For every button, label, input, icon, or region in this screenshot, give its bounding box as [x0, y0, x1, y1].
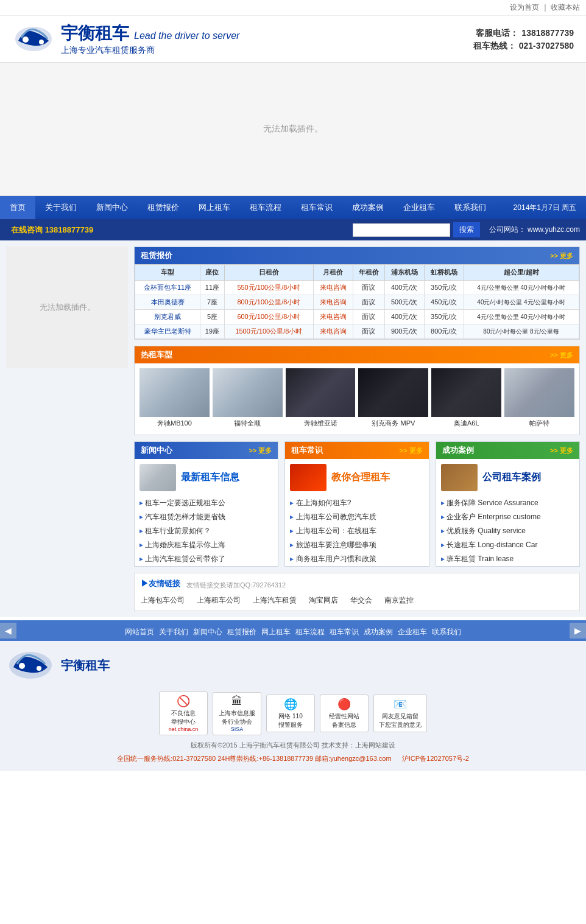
- cell-extra: 4元/公里每公里 40元/小时每小时: [464, 281, 579, 295]
- cell-monthly[interactable]: 来电咨询: [313, 281, 353, 295]
- rental-tips-link[interactable]: 旅游租车要注意哪些事项: [290, 540, 423, 550]
- cell-pudong: 400元/次: [384, 281, 424, 295]
- cell-model[interactable]: 本田奥德赛: [135, 295, 200, 310]
- bottom-nav-item[interactable]: 租车流程: [295, 627, 325, 637]
- list-item: 班车租赁 Train lease: [436, 552, 579, 566]
- rental-tips-link[interactable]: 上海租车公司教您汽车质: [290, 512, 423, 522]
- car-item[interactable]: 福特全顺: [213, 368, 283, 430]
- car-item[interactable]: 奥迪A6L: [431, 368, 501, 430]
- bottom-nav-item[interactable]: 成功案例: [364, 627, 393, 637]
- cell-daily: 800元/100公里/8小时: [224, 295, 313, 310]
- rental-tips-link[interactable]: 上海租车公司：在线租车: [290, 526, 423, 536]
- friendly-link[interactable]: 南京监控: [384, 595, 414, 606]
- bottom-nav-item[interactable]: 租车常识: [330, 627, 359, 637]
- logo-area: 宇衡租车 Lead the driver to server 上海专业汽车租赁服…: [12, 22, 239, 56]
- cell-monthly[interactable]: 来电咨询: [313, 295, 353, 310]
- slogan-text: Lead the driver to server: [134, 30, 239, 41]
- cell-monthly[interactable]: 来电咨询: [313, 310, 353, 324]
- news-link[interactable]: 租车行业前景如何？: [139, 526, 273, 536]
- bottom-nav-item[interactable]: 新闻中心: [193, 627, 222, 637]
- nav-item-enterprise[interactable]: 企业租车: [394, 196, 445, 219]
- cell-hongqiao: 350元/次: [424, 281, 464, 295]
- th-daily: 日租价: [224, 265, 313, 281]
- list-item: 企业客户 Enterprise custome: [436, 510, 579, 524]
- cell-monthly[interactable]: 来电咨询: [313, 324, 353, 339]
- nav-item-cases[interactable]: 成功案例: [342, 196, 394, 219]
- footer-logo-icon: [6, 647, 55, 684]
- success-case-link[interactable]: 企业客户 Enterprise custome: [441, 512, 574, 522]
- rental-tips-list: 在上海如何租车?上海租车公司教您汽车质上海租车公司：在线租车旅游租车要注意哪些事…: [285, 496, 428, 566]
- news-link[interactable]: 上海汽车租赁公司带你了: [139, 554, 273, 564]
- scroll-right-btn[interactable]: ▶: [570, 623, 586, 639]
- badge-sisa[interactable]: 🏛 上海市信息服 务行业协会 SISA: [213, 692, 261, 735]
- success-case-link[interactable]: 服务保障 Service Assurance: [441, 498, 574, 508]
- success-cases-img-header: 公司租车案例: [436, 459, 579, 496]
- news-link[interactable]: 租车一定要选正规租车公: [139, 498, 273, 508]
- search-input[interactable]: [353, 223, 450, 237]
- rental-tips-more[interactable]: >> 更多: [400, 446, 423, 455]
- friendly-link[interactable]: 上海包车公司: [141, 595, 185, 606]
- badge-feedback[interactable]: 📧 网友意见箱留 下您宝贵的意见: [373, 695, 427, 732]
- list-item: 租车行业前景如何？: [135, 524, 278, 538]
- contact-area: 客服电话： 13818877739 租车热线： 021-37027580: [473, 26, 574, 52]
- table-row: 别克君威 5座 600元/100公里/8小时 来电咨询 面议 400元/次 35…: [135, 310, 579, 324]
- hot-cars-more[interactable]: >> 更多: [550, 351, 573, 360]
- bottom-nav-item[interactable]: 租赁报价: [227, 627, 256, 637]
- friendly-link[interactable]: 上海租车公司: [197, 595, 241, 606]
- footer: 宇衡租车 🚫 不良信息 举报中心 net.china.cn 🏛 上海市信息服 务…: [0, 641, 586, 771]
- bookmark-link[interactable]: 收藏本站: [551, 3, 580, 12]
- th-hongqiao: 虹桥机场: [424, 265, 464, 281]
- badge-police[interactable]: 🌐 网络 110 报警服务: [266, 695, 315, 732]
- list-item: 汽车租赁怎样才能更省钱: [135, 510, 278, 524]
- search-button[interactable]: 搜索: [453, 222, 480, 237]
- car-item[interactable]: 别克商务 MPV: [358, 368, 428, 430]
- nav-item-about[interactable]: 关于我们: [35, 196, 86, 219]
- success-case-link[interactable]: 班车租赁 Train lease: [441, 554, 574, 564]
- cell-daily: 600元/100公里/8小时: [224, 310, 313, 324]
- bottom-nav-item[interactable]: 网站首页: [125, 627, 154, 637]
- car-item[interactable]: 奔驰维亚诺: [286, 368, 356, 430]
- bottom-nav-item[interactable]: 企业租车: [398, 627, 427, 637]
- success-case-link[interactable]: 长途租车 Long-distance Car: [441, 540, 574, 550]
- nav-item-contact[interactable]: 联系我们: [445, 196, 496, 219]
- rental-tips-header: 租车常识 >> 更多: [285, 442, 428, 459]
- rental-tips-link[interactable]: 商务租车用户习惯和政策: [290, 554, 423, 564]
- nav-item-home[interactable]: 首页: [0, 196, 35, 219]
- nav-item-process[interactable]: 租车流程: [240, 196, 291, 219]
- car-item[interactable]: 奔驰MB100: [139, 368, 210, 430]
- car-item[interactable]: 帕萨特: [504, 368, 574, 430]
- svg-point-5: [37, 666, 41, 671]
- nav-item-news[interactable]: 新闻中心: [86, 196, 138, 219]
- cell-model[interactable]: 豪华主巴老斯特: [135, 324, 200, 339]
- badge-bad-info[interactable]: 🚫 不良信息 举报中心 net.china.cn: [159, 691, 208, 735]
- nav-item-tips[interactable]: 租车常识: [291, 196, 342, 219]
- nav-item-price[interactable]: 租赁报价: [138, 196, 189, 219]
- car-image: [286, 368, 356, 417]
- rental-tips-section: 租车常识 >> 更多 教你合理租车 在上海如何租车?上海租车公司教您汽车质上海租…: [284, 441, 429, 567]
- bottom-nav-item[interactable]: 关于我们: [159, 627, 188, 637]
- th-yearly: 年租价: [353, 265, 385, 281]
- cell-model[interactable]: 别克君威: [135, 310, 200, 324]
- online-consult[interactable]: 在线咨询 13818877739: [6, 223, 98, 237]
- success-cases-more[interactable]: >> 更多: [550, 446, 573, 455]
- news-more[interactable]: >> 更多: [249, 446, 272, 455]
- success-case-link[interactable]: 优质服务 Quality service: [441, 526, 574, 536]
- news-link[interactable]: 上海婚庆租车提示你上海: [139, 540, 273, 550]
- bottom-nav-item[interactable]: 联系我们: [432, 627, 461, 637]
- list-item: 上海租车公司：在线租车: [285, 524, 428, 538]
- set-home-link[interactable]: 设为首页: [510, 3, 539, 12]
- scroll-left-btn[interactable]: ◀: [0, 623, 16, 639]
- cell-extra: 4元/公里每公里 40元/小时每小时: [464, 310, 579, 324]
- friendly-link[interactable]: 上海汽车租赁: [253, 595, 297, 606]
- badge-icp[interactable]: 🔴 经营性网站 备案信息: [320, 695, 369, 732]
- pricing-more[interactable]: >> 更多: [550, 251, 573, 261]
- rental-tips-link[interactable]: 在上海如何租车?: [290, 498, 423, 508]
- news-link[interactable]: 汽车租赁怎样才能更省钱: [139, 512, 273, 522]
- friendly-link[interactable]: 淘宝网店: [309, 595, 338, 606]
- bottom-nav-item[interactable]: 网上租车: [261, 627, 291, 637]
- nav-item-online[interactable]: 网上租车: [189, 196, 240, 219]
- cell-model[interactable]: 金杯面包车11座: [135, 281, 200, 295]
- cell-hongqiao: 350元/次: [424, 310, 464, 324]
- friendly-link[interactable]: 华交会: [350, 595, 372, 606]
- hot-cars-header: 热租车型 >> 更多: [135, 346, 579, 363]
